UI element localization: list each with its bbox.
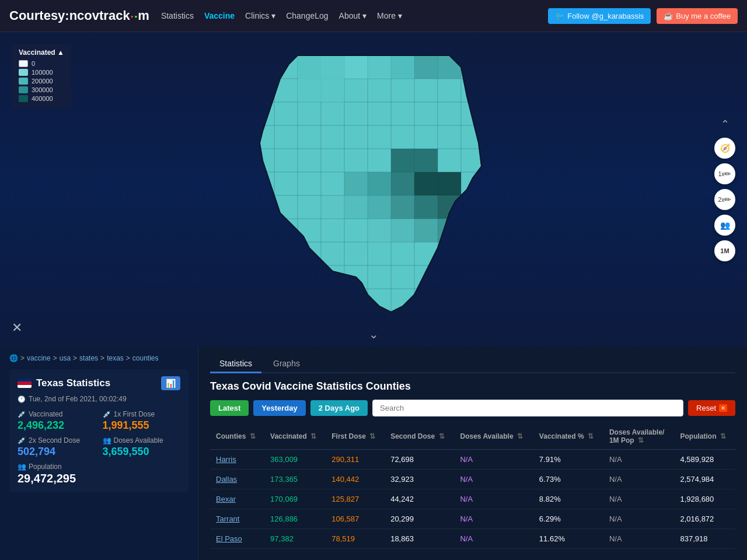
twitter-icon: 🐦 <box>555 12 564 20</box>
svg-rect-25 <box>438 172 461 195</box>
nav-statistics[interactable]: Statistics <box>161 11 194 20</box>
doses-1m-cell: N/A <box>603 509 675 529</box>
doses-available-cell: N/A <box>454 489 533 509</box>
main-content: Statistics Graphs Texas Covid Vaccine St… <box>198 347 747 560</box>
population-cell: 837,918 <box>675 529 736 549</box>
breadcrumb-texas[interactable]: texas <box>107 354 124 362</box>
breadcrumb-states[interactable]: states <box>79 354 98 362</box>
col-second-dose: Second Dose ⇅ <box>385 424 454 450</box>
nav-vaccine[interactable]: Vaccine <box>204 11 235 20</box>
texas-map <box>251 50 496 318</box>
coffee-button[interactable]: ☕ Buy me a coffee <box>657 8 738 24</box>
vaccinated-cell: 170,069 <box>264 489 326 509</box>
nav-about[interactable]: About ▾ <box>339 11 366 20</box>
tabs: Statistics Graphs <box>210 355 735 373</box>
svg-rect-23 <box>368 172 391 195</box>
tab-graphs[interactable]: Graphs <box>264 355 309 373</box>
svg-rect-21 <box>414 172 438 195</box>
twitter-button[interactable]: 🐦 Follow @g_karabassis <box>548 8 651 24</box>
nav-changelog[interactable]: ChangeLog <box>286 11 328 20</box>
population-icon: 👥 <box>18 463 26 471</box>
doses-1m-cell: N/A <box>603 450 675 470</box>
doses-available-icon: 👥 <box>103 436 111 444</box>
table-row: Dallas 173,365 140,442 32,923 N/A 6.73% … <box>210 470 735 489</box>
breadcrumb-counties[interactable]: counties <box>132 354 159 362</box>
table-row: Bexar 170,069 125,827 44,242 N/A 8.82% N… <box>210 489 735 509</box>
tab-statistics[interactable]: Statistics <box>210 355 261 373</box>
col-population: Population ⇅ <box>675 424 736 450</box>
globe-icon: 🌐 <box>9 354 18 362</box>
svg-rect-35 <box>368 219 391 242</box>
stats-date: 🕐 Tue, 2nd of Feb 2021, 00:02:49 <box>18 395 180 403</box>
first-dose-cell: 78,519 <box>326 529 385 549</box>
stats-card-header: Texas Statistics 📊 <box>18 376 180 390</box>
pencil-2x-icon: 2x <box>718 197 725 203</box>
svg-rect-29 <box>368 195 391 219</box>
filter-latest-button[interactable]: Latest <box>210 400 249 416</box>
svg-rect-19 <box>391 149 414 172</box>
col-first-dose: First Dose ⇅ <box>326 424 385 450</box>
population-cell: 1,928,680 <box>675 489 736 509</box>
search-input[interactable] <box>372 400 683 416</box>
compass-button[interactable]: 🧭 <box>714 138 735 159</box>
first-dose-cell: 125,827 <box>326 489 385 509</box>
chevron-down-icon[interactable]: ⌄ <box>369 327 379 341</box>
filter-2days-button[interactable]: 2 Days Ago <box>310 400 368 416</box>
nav-more[interactable]: More ▾ <box>377 11 402 20</box>
legend-color-4 <box>19 95 28 102</box>
doses-available-cell: N/A <box>454 450 533 470</box>
county-name[interactable]: El Paso <box>210 529 264 549</box>
table-filters: Latest Yesterday 2 Days Ago Reset ✕ <box>210 400 735 416</box>
vaccinated-cell: 97,382 <box>264 529 326 549</box>
people-button[interactable]: 👥 <box>714 215 735 236</box>
first-dose-value: 1,991,555 <box>103 419 181 432</box>
1m-label: 1M <box>720 247 729 254</box>
first-dose-cell: 140,442 <box>326 470 385 489</box>
col-counties: Counties ⇅ <box>210 424 264 450</box>
second-dose-value: 502,794 <box>18 446 96 458</box>
svg-rect-34 <box>391 219 414 242</box>
nav-clinics[interactable]: Clinics ▾ <box>245 11 275 20</box>
pencil-1x-button[interactable]: 1x ✏ <box>714 163 735 184</box>
legend-item-0: 0 <box>19 60 64 67</box>
expand-button[interactable]: ✕ <box>12 320 22 335</box>
stats-card-title: Texas Statistics <box>18 377 110 389</box>
legend-item-1: 100000 <box>19 69 64 76</box>
pencil-2x-button[interactable]: 2x ✏ <box>714 189 735 210</box>
second-dose-cell: 44,242 <box>385 489 454 509</box>
svg-rect-41 <box>414 55 438 79</box>
second-dose-cell: 18,863 <box>385 529 454 549</box>
chart-button[interactable]: 📊 <box>161 376 180 390</box>
svg-rect-42 <box>438 55 461 79</box>
nav-links: Statistics Vaccine Clinics ▾ ChangeLog A… <box>161 11 548 20</box>
vaccinated-cell: 363,009 <box>264 450 326 470</box>
doses-1m-cell: N/A <box>603 470 675 489</box>
breadcrumb-vaccine[interactable]: vaccine <box>27 354 51 362</box>
legend-title: Vaccinated ▲ <box>19 48 64 57</box>
second-dose-cell: 72,698 <box>385 450 454 470</box>
filter-yesterday-button[interactable]: Yesterday <box>253 400 305 416</box>
svg-rect-39 <box>368 55 391 79</box>
breadcrumb-usa[interactable]: usa <box>60 354 71 362</box>
svg-rect-28 <box>391 195 414 219</box>
vaccinated-icon: 💉 <box>18 410 26 418</box>
dot-green: ● <box>134 14 137 19</box>
svg-rect-43 <box>298 55 344 102</box>
second-dose-cell: 20,299 <box>385 509 454 529</box>
map-chevron-up-icon[interactable]: ⌃ <box>721 118 729 131</box>
county-name[interactable]: Harris <box>210 450 264 470</box>
second-dose-stat: 💉 2x Second Dose 502,794 <box>18 436 96 458</box>
table-row: El Paso 97,382 78,519 18,863 N/A 11.62% … <box>210 529 735 549</box>
table-header-row: Counties ⇅ Vaccinated ⇅ First Dose ⇅ Sec… <box>210 424 735 450</box>
vaccinated-pct-cell: 11.62% <box>533 529 603 549</box>
doses-available-cell: N/A <box>454 470 533 489</box>
county-name[interactable]: Tarrant <box>210 509 264 529</box>
legend-color-0 <box>19 60 28 67</box>
legend-item-2: 200000 <box>19 78 64 85</box>
1m-button[interactable]: 1M <box>714 240 735 261</box>
county-name[interactable]: Bexar <box>210 489 264 509</box>
county-name[interactable]: Dallas <box>210 470 264 489</box>
legend-item-3: 300000 <box>19 86 64 93</box>
doses-available-cell: N/A <box>454 509 533 529</box>
reset-button[interactable]: Reset ✕ <box>688 400 735 416</box>
